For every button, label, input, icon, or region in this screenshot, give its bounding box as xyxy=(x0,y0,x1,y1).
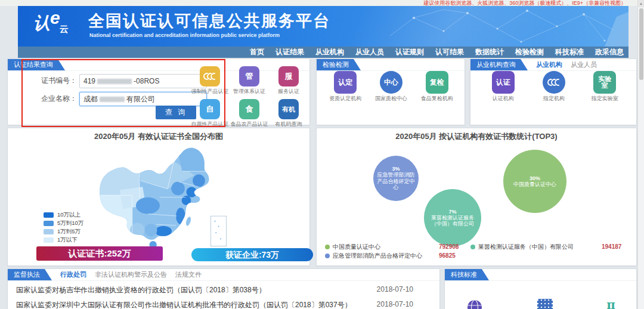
legend-value-cqc: 792908 xyxy=(439,243,459,250)
voluntary-product-entry[interactable]: 自 自愿性产品认证 xyxy=(190,99,230,128)
cert-number-suffix: -08ROS xyxy=(134,77,159,85)
south-china-sea-inset xyxy=(211,216,227,246)
inspection-panel: 检验检测 认定 资质认定机构 中心 国家质检中心 复检 食品复检机构 xyxy=(316,58,465,125)
header-banner: 认e云 全国认证认可信息公共服务平台 National certificatio… xyxy=(18,6,628,47)
nav-item-procurement[interactable]: 政采信息 xyxy=(595,47,624,57)
guan-icon: 管 xyxy=(239,66,259,86)
service-certification-entry[interactable]: 服 服务认证 xyxy=(269,66,308,95)
nav-item-cert-results[interactable]: 认证结果 xyxy=(275,47,304,57)
icon-label: 认证机构 xyxy=(478,95,528,103)
management-system-entry[interactable]: 管 管理体系认证 xyxy=(230,66,269,95)
subtab-personnel[interactable]: 从业人员 xyxy=(571,59,597,70)
shiyanshi-icon: 实验室 xyxy=(593,71,616,94)
legend-chip xyxy=(44,221,54,226)
penalty-list-item[interactable]: 国家认监委对深圳中大国际认证有限公司作出撤销认证机构批准书的行政处罚（国认罚〔2… xyxy=(16,300,352,309)
rending-icon: 认定 xyxy=(334,71,357,94)
agency-query-panel: 从业机构查询 从业机构 从业人员 认证 认证机构 指定机构 实验室 指定实验室 xyxy=(470,58,637,125)
subtab-admin-penalty[interactable]: 行政处罚 xyxy=(60,269,86,280)
tech-icon-row: π xyxy=(466,299,615,309)
legend-label: 5万到10万 xyxy=(57,220,83,227)
standards-grid-icon[interactable] xyxy=(537,299,553,309)
tech-header: 科技标准 xyxy=(445,269,636,281)
penalty-list-item[interactable]: 国家认监委对杨吉华作出撤销执业资格的行政处罚（国认罚〔2018〕第038号） xyxy=(16,285,266,295)
food-agri-entry[interactable]: 食 食品农产品认证 xyxy=(230,99,269,128)
inspection-icon-grid: 认定 资质认定机构 中心 国家质检中心 复检 食品复检机构 xyxy=(323,71,460,103)
icon-label: 资质认定机构 xyxy=(323,95,369,103)
food-recheck-entry[interactable]: 复检 食品复检机构 xyxy=(414,71,460,103)
legend-label: 莱茵检测认证服务（中国）有限公司 xyxy=(478,243,574,251)
browser-notice-text: 建议使用谷歌浏览器、火狐浏览器、360浏览器（极速模式）、IE9+（非兼容性视图… xyxy=(0,0,626,6)
nav-item-accreditation[interactable]: 认可结果 xyxy=(435,47,464,57)
nav-item-tech-standards[interactable]: 科技标准 xyxy=(555,47,584,57)
company-name-suffix: 有限公司 xyxy=(126,95,155,103)
icon-label: 强制性产品认证 xyxy=(190,88,230,95)
tab-tech-standards[interactable]: 科技标准 xyxy=(445,269,489,280)
subtab-agency[interactable]: 从业机构 xyxy=(536,59,562,70)
scrollbar-thumb[interactable] xyxy=(639,8,643,80)
nav-item-agencies[interactable]: 从业机构 xyxy=(315,47,344,57)
bubble-percent: 30% xyxy=(530,175,540,181)
cert-number-prefix: 419 xyxy=(83,77,95,85)
ccc-mark-icon xyxy=(200,66,220,86)
globe-icon[interactable] xyxy=(466,299,483,309)
logo-e-char: e xyxy=(50,8,60,27)
icon-label: 国家质检中心 xyxy=(369,95,414,103)
zi-icon: 自 xyxy=(200,99,220,119)
bubble-chart-panel: 2020年05月 按认证机构有效证书数统计(TOP3) 3% 应急管理部消防产品… xyxy=(316,128,637,266)
page-scrollbar[interactable]: ▲ xyxy=(637,0,644,309)
site-subtitle: National certification and accreditation… xyxy=(89,32,280,38)
icon-label: 食品复检机构 xyxy=(414,95,460,103)
nav-item-home[interactable]: 首页 xyxy=(250,47,264,57)
organic-code-entry[interactable]: 有机 有机码查询 xyxy=(269,99,308,128)
cert-type-icon-grid: 强制性产品认证 管 管理体系认证 服 服务认证 自 自愿性产品认证 食 食品农产… xyxy=(190,66,308,128)
legend-label: 10万以上 xyxy=(57,211,80,219)
company-total-banner: 获证企业:73万 xyxy=(191,248,313,261)
qualification-agency-entry[interactable]: 认定 资质认定机构 xyxy=(323,71,369,103)
legend-item: 10万以上 xyxy=(44,211,83,219)
site-title: 全国认证认可信息公共服务平台 xyxy=(88,10,330,32)
nav-item-cert-rules[interactable]: 认证规则 xyxy=(395,47,424,57)
tab-cert-query[interactable]: 认证结果查询 xyxy=(8,59,65,70)
nav-item-personnel[interactable]: 从业人员 xyxy=(355,47,384,57)
supervision-header: 监督执法 行政处罚 非法认证机构警示及公告 法规文件 xyxy=(8,269,439,281)
designated-body-entry[interactable]: 指定机构 xyxy=(528,71,579,103)
legend-item: 1万到5万 xyxy=(44,227,83,236)
agency-icon-grid: 认证 认证机构 指定机构 实验室 指定实验室 xyxy=(478,71,630,103)
subtab-regulations[interactable]: 法规文件 xyxy=(175,269,202,280)
cert-number-row: 证书编号：419-08ROS xyxy=(41,74,207,88)
chart-legend-item-emergency: 应急管理部消防产品合格评定中心 xyxy=(325,252,422,260)
zhongxin-icon: 中心 xyxy=(380,71,402,94)
cert-number-input[interactable]: 419-08ROS xyxy=(79,74,207,88)
renzheng-icon: 认证 xyxy=(492,71,515,94)
tab-supervision[interactable]: 监督执法 xyxy=(8,269,52,280)
legend-value-rheinland: 194187 xyxy=(602,243,621,250)
bubble-name: 应急管理部消防产品合格评定中心 xyxy=(377,172,415,191)
map-legend: 10万以上 5万到10万 1万到5万 1万以下 xyxy=(44,211,83,244)
legend-dot xyxy=(325,254,330,258)
ccc-certification-entry[interactable]: 强制性产品认证 xyxy=(190,66,230,95)
nav-item-inspection[interactable]: 检验检测 xyxy=(515,47,544,57)
tab-agency-query[interactable]: 从业机构查询 xyxy=(470,59,528,70)
agency-header: 从业机构查询 从业机构 从业人员 xyxy=(470,59,636,71)
icon-label: 管理体系认证 xyxy=(230,88,269,95)
subtab-illegal-agency-notice[interactable]: 非法认证机构警示及公告 xyxy=(95,269,167,280)
redacted-cert-digits xyxy=(97,79,132,84)
bubble-chart-title: 2020年05月 按认证机构有效证书数统计(TOP3) xyxy=(317,131,636,142)
company-name-input[interactable]: 成都有限公司 xyxy=(79,92,207,106)
tab-inspection[interactable]: 检验检测 xyxy=(317,59,361,70)
legend-value-emergency: 96825 xyxy=(439,252,456,259)
nav-item-statistics[interactable]: 数据统计 xyxy=(475,47,504,57)
main-nav: 首页 认证结果 从业机构 从业人员 认证规则 认可结果 数据统计 检验检测 科技… xyxy=(18,47,628,58)
legend-label: 应急管理部消防产品合格评定中心 xyxy=(333,252,422,260)
national-qc-center-entry[interactable]: 中心 国家质检中心 xyxy=(369,71,414,103)
tech-standards-panel: 科技标准 π xyxy=(444,268,637,309)
icon-label: 指定机构 xyxy=(528,95,579,103)
inspection-header: 检验检测 xyxy=(317,59,465,71)
pi-symbol-icon[interactable]: π xyxy=(606,299,615,309)
certification-body-entry[interactable]: 认证 认证机构 xyxy=(478,71,528,103)
redacted-company-chars xyxy=(100,97,125,102)
designated-lab-entry[interactable]: 实验室 指定实验室 xyxy=(580,71,630,103)
penalty-item-date: 2018-07-10 xyxy=(377,285,413,293)
scrollbar-up-arrow[interactable]: ▲ xyxy=(638,0,644,7)
legend-chip xyxy=(44,212,54,218)
